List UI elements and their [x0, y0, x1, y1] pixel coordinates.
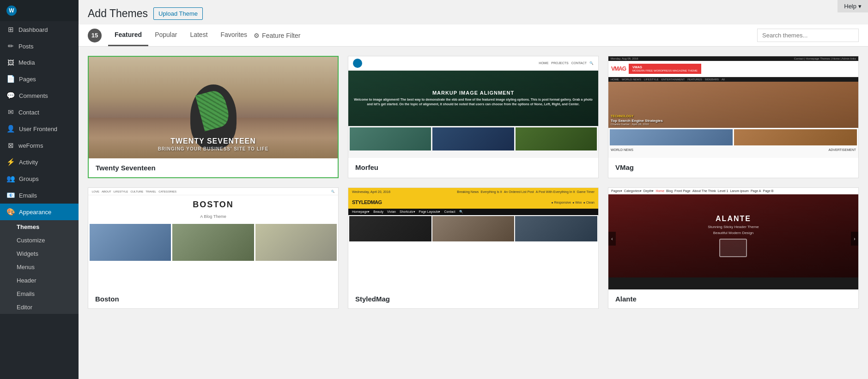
- theme-twenty-seventeen-img: ✓ Installed TWENTY SEVENTEEN Bringing yo…: [89, 57, 338, 158]
- theme-card-vmag[interactable]: Monday, Aug 08, 2016 Contact | Homepage …: [608, 56, 859, 178]
- sidebar: W ⊞ Dashboard ✏ Posts 🖼 Media 📄 Pages 💬 …: [0, 0, 79, 379]
- search-themes-input[interactable]: [757, 29, 859, 42]
- feature-filter-button[interactable]: ⚙ Feature Filter: [254, 25, 300, 46]
- sidebar-subitem-emails[interactable]: Emails: [0, 287, 79, 301]
- dashboard-icon: ⊞: [6, 25, 15, 34]
- morfeu-grid: [348, 126, 598, 152]
- comments-icon: 💬: [6, 91, 15, 100]
- sidebar-item-media[interactable]: 🖼 Media: [0, 54, 79, 71]
- morfeu-grid-item: [350, 127, 431, 150]
- sidebar-logo: W: [0, 0, 79, 21]
- morfeu-hero: MARKUP IMAGE ALIGNMENT Welcome to image …: [348, 71, 598, 126]
- sidebar-subitem-menus[interactable]: Menus: [0, 260, 79, 274]
- groups-icon: 👥: [6, 174, 15, 183]
- sidebar-item-label: Media: [18, 59, 35, 66]
- sidebar-item-user-frontend[interactable]: 👤 User Frontend: [0, 120, 79, 137]
- tabs-left: 15 Featured Popular Latest Favorites ⚙ F…: [88, 24, 300, 46]
- theme-card-morfeu[interactable]: HOME PROJECTS CONTACT 🔍 MARKUP IMAGE ALI…: [348, 56, 599, 178]
- theme-subtitle: Bringing your business' site to life: [89, 146, 338, 151]
- upload-theme-button[interactable]: Upload Theme: [153, 7, 203, 20]
- vmag-logo-text: VMAG: [611, 66, 626, 72]
- theme-card-twenty-seventeen[interactable]: ✓ Installed TWENTY SEVENTEEN Bringing yo…: [88, 56, 339, 178]
- topbar-left: Add Themes Upload Theme: [88, 7, 203, 20]
- twenty-seventeen-preview: TWENTY SEVENTEEN Bringing your business'…: [89, 57, 338, 158]
- boston-img: [172, 224, 254, 261]
- tab-favorites[interactable]: Favorites: [214, 24, 254, 46]
- tabs-bar: 15 Featured Popular Latest Favorites ⚙ F…: [79, 24, 868, 47]
- styledmag-img: [432, 216, 515, 241]
- sidebar-item-label: Appearance: [19, 209, 51, 216]
- sidebar-subitem-header[interactable]: Header: [0, 274, 79, 287]
- tab-featured[interactable]: Featured: [108, 24, 148, 46]
- sidebar-item-label: Dashboard: [18, 26, 48, 33]
- activity-icon: ⚡: [6, 158, 15, 166]
- posts-icon: ✏: [6, 42, 15, 50]
- theme-card-styledmag[interactable]: Wednesday, April 20, 2016 Breaking News …: [348, 187, 599, 309]
- morfeu-preview: HOME PROJECTS CONTACT 🔍 MARKUP IMAGE ALI…: [348, 56, 598, 158]
- styledmag-logo-row: STYLEDMAG ● Responsive ● Woo ● Clean: [348, 196, 598, 209]
- sidebar-subitem-customize[interactable]: Customize: [0, 234, 79, 247]
- alante-device-icon: [719, 239, 747, 257]
- boston-preview: LOVE ABOUT LIFESTYLE CULTURE TRAVEL CATE…: [88, 188, 338, 289]
- theme-name: StyledMag: [348, 289, 598, 308]
- sidebar-item-activity[interactable]: ⚡ Activity: [0, 154, 79, 170]
- sidebar-subitem-editor[interactable]: Editor: [0, 301, 79, 314]
- help-label: Help: [844, 3, 856, 10]
- media-icon: 🖼: [6, 59, 15, 66]
- styledmag-img: [349, 216, 431, 241]
- sidebar-item-label: Activity: [19, 159, 38, 166]
- boston-nav: LOVE ABOUT LIFESTYLE CULTURE TRAVEL CATE…: [88, 188, 338, 195]
- styledmag-header: Wednesday, April 20, 2016 Breaking News …: [348, 188, 598, 196]
- appearance-icon: 🎨: [6, 208, 15, 216]
- theme-count-badge: 15: [88, 29, 102, 42]
- sidebar-item-dashboard[interactable]: ⊞ Dashboard: [0, 21, 79, 38]
- sidebar-item-contact[interactable]: ✉ Contact: [0, 104, 79, 120]
- morfeu-grid-item: [516, 127, 597, 150]
- contact-icon: ✉: [6, 108, 15, 116]
- sidebar-item-posts[interactable]: ✏ Posts: [0, 38, 79, 54]
- alante-next-arrow[interactable]: ›: [851, 232, 858, 246]
- main-content: Add Themes Upload Theme 15 Featured Popu…: [79, 0, 868, 379]
- boston-img: [90, 224, 171, 261]
- appearance-submenu: Themes Customize Widgets Menus Header Em…: [0, 220, 79, 314]
- morfeu-nav: HOME PROJECTS CONTACT 🔍: [348, 56, 598, 71]
- vmag-small-card: [734, 129, 857, 145]
- tab-latest[interactable]: Latest: [183, 24, 214, 46]
- theme-card-boston[interactable]: LOVE ABOUT LIFESTYLE CULTURE TRAVEL CATE…: [88, 187, 339, 309]
- emails-icon: 📧: [6, 191, 15, 199]
- gear-icon: ⚙: [254, 32, 260, 39]
- sidebar-item-comments[interactable]: 💬 Comments: [0, 87, 79, 104]
- sidebar-item-appearance[interactable]: 🎨 Appearance: [0, 204, 79, 220]
- tab-popular[interactable]: Popular: [148, 24, 183, 46]
- boston-grid: [88, 223, 338, 262]
- sidebar-subitem-widgets[interactable]: Widgets: [0, 247, 79, 260]
- alante-preview: Pages▾ Categories▾ Depth▾ Home Blog Fron…: [608, 188, 858, 289]
- sidebar-subitem-themes[interactable]: Themes: [0, 220, 79, 234]
- theme-alante-img: Pages▾ Categories▾ Depth▾ Home Blog Fron…: [608, 188, 858, 289]
- alante-hero-title: ALANTE: [708, 215, 759, 223]
- boston-img: [255, 224, 337, 261]
- styledmag-preview: Wednesday, April 20, 2016 Breaking News …: [348, 188, 598, 289]
- styledmag-grid: [348, 215, 598, 242]
- theme-name: VMag: [608, 158, 858, 177]
- sidebar-item-pages[interactable]: 📄 Pages: [0, 71, 79, 87]
- theme-name: Twenty Seventeen: [89, 158, 338, 177]
- alante-prev-arrow[interactable]: ‹: [608, 232, 616, 246]
- sidebar-item-label: Contact: [18, 109, 39, 116]
- sidebar-item-emails[interactable]: 📧 Emails: [0, 187, 79, 204]
- sidebar-item-label: Emails: [19, 192, 37, 199]
- theme-morfeu-img: HOME PROJECTS CONTACT 🔍 MARKUP IMAGE ALI…: [348, 56, 598, 158]
- morfeu-grid-item: [432, 127, 514, 150]
- sidebar-item-label: weForms: [18, 142, 43, 149]
- sidebar-item-groups[interactable]: 👥 Groups: [0, 170, 79, 187]
- boston-title: BOSTON: [88, 195, 338, 214]
- theme-title-overlay: TWENTY SEVENTEEN Bringing your business'…: [89, 137, 338, 151]
- sidebar-item-label: Comments: [19, 92, 48, 99]
- feature-filter-label: Feature Filter: [262, 32, 300, 39]
- alante-hero-sub2: Beautiful Modern Design: [708, 231, 759, 235]
- sidebar-item-label: Groups: [19, 175, 39, 182]
- sidebar-item-weforms[interactable]: ⊠ weForms: [0, 137, 79, 154]
- theme-card-alante[interactable]: Pages▾ Categories▾ Depth▾ Home Blog Fron…: [608, 187, 859, 309]
- help-button[interactable]: Help ▾: [838, 0, 868, 12]
- styledmag-logo: STYLEDMAG: [352, 199, 382, 205]
